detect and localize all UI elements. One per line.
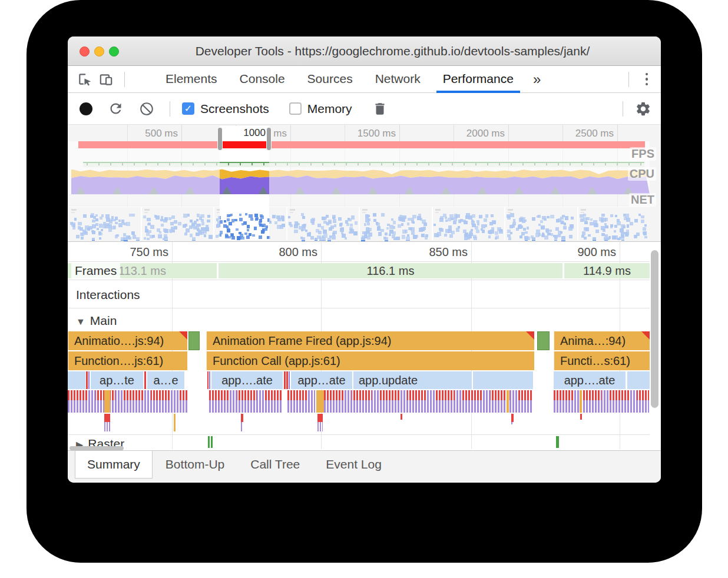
- screenshots-checkbox[interactable]: ✓: [182, 102, 194, 115]
- tab-elements[interactable]: Elements: [154, 66, 229, 93]
- layout-mark-red: [317, 414, 323, 422]
- layout-mark[interactable]: [317, 414, 323, 431]
- selection-handle-left[interactable]: [217, 127, 223, 151]
- flame-event-block[interactable]: Function….js:61): [68, 351, 187, 370]
- layout-mark-purple: [104, 422, 110, 431]
- fps-bar-selected: [220, 141, 269, 148]
- flame-event-block[interactable]: Animatio….js:94): [68, 331, 187, 350]
- detail-ruler-label: 800 ms: [264, 245, 317, 259]
- flame-sliver[interactable]: [207, 371, 209, 389]
- warning-corner-icon: [526, 331, 534, 340]
- flame-sliver[interactable]: [289, 371, 290, 389]
- script-sliver: [104, 390, 110, 413]
- three-dots-menu-icon[interactable]: [635, 73, 661, 86]
- main-track-label[interactable]: ▼Main: [76, 314, 117, 328]
- script-sliver: [316, 390, 324, 413]
- flame-sliver[interactable]: [144, 371, 146, 389]
- tab-network[interactable]: Network: [364, 66, 432, 93]
- timeline-overview[interactable]: 500 ms1000 ms1500 ms2000 ms2500 ms1000FP…: [68, 125, 661, 241]
- film-square: [260, 214, 263, 217]
- inspect-cursor-icon[interactable]: [76, 71, 94, 88]
- more-tabs-button[interactable]: »: [525, 71, 549, 88]
- layout-mark-red: [511, 414, 514, 422]
- maximize-window-button[interactable]: [109, 46, 119, 57]
- flame-gc-block[interactable]: [188, 331, 200, 350]
- flame-gc-block[interactable]: [537, 331, 550, 350]
- screenshot-stage: Developer Tools - https://googlechrome.g…: [0, 0, 728, 578]
- flame-js-frame[interactable]: [627, 371, 650, 389]
- layout-mark[interactable]: [104, 414, 110, 431]
- flame-sliver[interactable]: [86, 371, 88, 389]
- horizontal-scrollbar-thumb[interactable]: [70, 446, 124, 450]
- flame-sliver[interactable]: [209, 371, 210, 389]
- device-toolbar-icon[interactable]: [97, 71, 115, 88]
- layout-mark[interactable]: [241, 414, 243, 431]
- row-border: [68, 261, 650, 262]
- film-square: [239, 232, 241, 234]
- layout-stripe-group[interactable]: [324, 390, 533, 413]
- bottom-tab-bar: Summary Bottom-Up Call Tree Event Log: [68, 450, 661, 483]
- film-square: [252, 234, 254, 237]
- flame-event-block[interactable]: Animation Frame Fired (app.js:94): [206, 331, 534, 350]
- layout-stripe-group[interactable]: [287, 390, 315, 413]
- detail-ruler-label: 750 ms: [115, 245, 168, 259]
- flame-js-frame[interactable]: [68, 371, 85, 389]
- framerate-tick: [240, 163, 241, 165]
- flame-js-frame[interactable]: app…ate: [291, 371, 352, 389]
- flame-js-frame[interactable]: a…e: [147, 371, 184, 389]
- layout-stripe-group[interactable]: [554, 390, 649, 413]
- film-square: [247, 225, 250, 228]
- flame-js-frame[interactable]: app….ate: [554, 371, 626, 389]
- film-square: [239, 214, 241, 216]
- flame-sliver[interactable]: [88, 371, 90, 389]
- memory-label[interactable]: Memory: [307, 102, 352, 116]
- reload-icon[interactable]: [108, 101, 124, 117]
- trash-icon[interactable]: [372, 101, 388, 117]
- memory-checkbox[interactable]: [289, 102, 302, 115]
- close-window-button[interactable]: [80, 46, 90, 57]
- layout-mark-red: [241, 414, 243, 422]
- tab-summary[interactable]: Summary: [75, 451, 153, 479]
- tab-sources[interactable]: Sources: [296, 66, 364, 93]
- film-square: [247, 229, 249, 231]
- cpu-track-label: CPU: [628, 167, 656, 181]
- film-square: [231, 236, 235, 240]
- tab-console[interactable]: Console: [229, 66, 296, 93]
- flame-event-block[interactable]: Anima…:94): [554, 331, 650, 350]
- screenshots-label[interactable]: Screenshots: [200, 102, 269, 116]
- layout-stripe-group[interactable]: [68, 390, 187, 413]
- record-icon[interactable]: [80, 102, 92, 115]
- flame-js-frame[interactable]: ap…te: [91, 371, 143, 389]
- flame-js-frame[interactable]: app.update: [353, 371, 472, 389]
- selection-handle-right[interactable]: [266, 127, 272, 151]
- tab-event-log[interactable]: Event Log: [313, 451, 395, 483]
- tab-bottom-up[interactable]: Bottom-Up: [153, 451, 237, 483]
- layout-stripe-group[interactable]: [209, 390, 283, 413]
- flame-event-block[interactable]: Functi…s:61): [554, 351, 650, 370]
- film-square: [254, 227, 257, 230]
- timeline-detail-panel[interactable]: 750 ms800 ms850 ms900 ms113.1 ms116.1 ms…: [68, 241, 661, 450]
- selection-window[interactable]: 1000: [220, 126, 269, 151]
- forced-reflow-stripes: [554, 390, 649, 400]
- framerate-tick: [228, 163, 229, 165]
- forced-reflow-stripes: [209, 390, 283, 400]
- film-square: [225, 234, 228, 237]
- layout-mark-purple: [241, 422, 243, 431]
- block-clear-icon[interactable]: [139, 101, 154, 117]
- flame-sliver[interactable]: [284, 371, 286, 389]
- divider: [170, 101, 170, 117]
- layout-mark[interactable]: [511, 414, 514, 424]
- flame-js-frame[interactable]: app….ate: [211, 371, 283, 389]
- tab-performance[interactable]: Performance: [432, 66, 525, 93]
- raster-bar: [556, 436, 559, 448]
- flame-js-frame[interactable]: [473, 371, 533, 389]
- layout-mark-purple: [511, 422, 514, 424]
- film-square: [229, 222, 232, 225]
- flame-event-block[interactable]: Function Call (app.js:61): [206, 351, 534, 370]
- minimize-window-button[interactable]: [94, 46, 104, 57]
- tab-call-tree[interactable]: Call Tree: [237, 451, 313, 483]
- devtools-window: Developer Tools - https://googlechrome.g…: [68, 36, 661, 483]
- vertical-scrollbar-thumb[interactable]: [651, 250, 658, 408]
- flame-sliver[interactable]: [286, 371, 288, 389]
- gear-icon[interactable]: [635, 101, 651, 117]
